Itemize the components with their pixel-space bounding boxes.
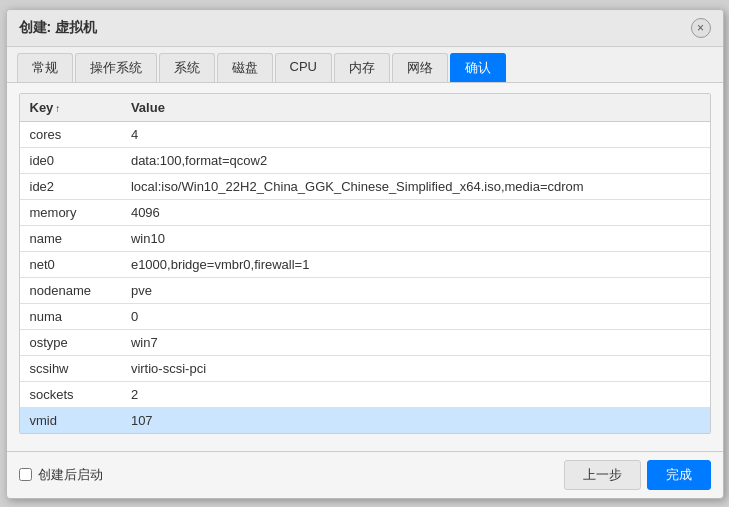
tab-system[interactable]: 系统 <box>159 53 215 82</box>
table-row: namewin10 <box>20 225 710 251</box>
table-cell-value: 0 <box>121 303 710 329</box>
table-cell-value: local:iso/Win10_22H2_China_GGK_Chinese_S… <box>121 173 710 199</box>
dialog-title-bar: 创建: 虚拟机 × <box>7 10 723 47</box>
table-row: nodenamepve <box>20 277 710 303</box>
table-cell-value: 107 <box>121 407 710 433</box>
create-vm-dialog: 创建: 虚拟机 × 常规 操作系统 系统 磁盘 CPU 内存 网络 确认 Key… <box>6 9 724 499</box>
tab-network[interactable]: 网络 <box>392 53 448 82</box>
table-cell-value: e1000,bridge=vmbr0,firewall=1 <box>121 251 710 277</box>
col-header-value: Value <box>121 94 710 122</box>
autostart-label: 创建后启动 <box>38 466 103 484</box>
close-button[interactable]: × <box>691 18 711 38</box>
tab-memory[interactable]: 内存 <box>334 53 390 82</box>
table-row: memory4096 <box>20 199 710 225</box>
table-header-row: Key↑ Value <box>20 94 710 122</box>
table-cell-key: memory <box>20 199 121 225</box>
table-cell-key: vmid <box>20 407 121 433</box>
table-cell-value: virtio-scsi-pci <box>121 355 710 381</box>
sort-arrow-icon: ↑ <box>55 103 60 114</box>
table-row: ide2local:iso/Win10_22H2_China_GGK_Chine… <box>20 173 710 199</box>
table-row: cores4 <box>20 121 710 147</box>
col-header-key[interactable]: Key↑ <box>20 94 121 122</box>
table-cell-value: 4 <box>121 121 710 147</box>
table-cell-key: net0 <box>20 251 121 277</box>
table-cell-key: ide0 <box>20 147 121 173</box>
config-table: Key↑ Value cores4ide0data:100,format=qco… <box>20 94 710 433</box>
footer-buttons: 上一步 完成 <box>564 460 711 490</box>
table-cell-key: nodename <box>20 277 121 303</box>
table-row: vmid107 <box>20 407 710 433</box>
table-row: sockets2 <box>20 381 710 407</box>
table-cell-key: ostype <box>20 329 121 355</box>
table-cell-key: scsihw <box>20 355 121 381</box>
dialog-footer: 创建后启动 上一步 完成 <box>7 451 723 498</box>
tab-disk[interactable]: 磁盘 <box>217 53 273 82</box>
table-cell-value: data:100,format=qcow2 <box>121 147 710 173</box>
table-cell-key: cores <box>20 121 121 147</box>
table-cell-value: pve <box>121 277 710 303</box>
tab-os[interactable]: 操作系统 <box>75 53 157 82</box>
dialog-content: Key↑ Value cores4ide0data:100,format=qco… <box>7 83 723 451</box>
table-cell-value: win7 <box>121 329 710 355</box>
dialog-title-text: 创建: 虚拟机 <box>19 19 98 37</box>
tab-confirm[interactable]: 确认 <box>450 53 506 82</box>
table-cell-value: 2 <box>121 381 710 407</box>
table-cell-value: 4096 <box>121 199 710 225</box>
table-row: scsihwvirtio-scsi-pci <box>20 355 710 381</box>
table-row: numa0 <box>20 303 710 329</box>
table-cell-key: name <box>20 225 121 251</box>
table-row: ostypewin7 <box>20 329 710 355</box>
tab-general[interactable]: 常规 <box>17 53 73 82</box>
config-table-wrapper: Key↑ Value cores4ide0data:100,format=qco… <box>19 93 711 434</box>
autostart-checkbox-label[interactable]: 创建后启动 <box>19 466 103 484</box>
table-row: net0e1000,bridge=vmbr0,firewall=1 <box>20 251 710 277</box>
table-cell-value: win10 <box>121 225 710 251</box>
table-cell-key: numa <box>20 303 121 329</box>
prev-button[interactable]: 上一步 <box>564 460 641 490</box>
tab-bar: 常规 操作系统 系统 磁盘 CPU 内存 网络 确认 <box>7 47 723 83</box>
autostart-checkbox[interactable] <box>19 468 32 481</box>
close-icon: × <box>697 21 704 35</box>
finish-button[interactable]: 完成 <box>647 460 711 490</box>
tab-cpu[interactable]: CPU <box>275 53 332 82</box>
table-cell-key: ide2 <box>20 173 121 199</box>
table-cell-key: sockets <box>20 381 121 407</box>
table-row: ide0data:100,format=qcow2 <box>20 147 710 173</box>
